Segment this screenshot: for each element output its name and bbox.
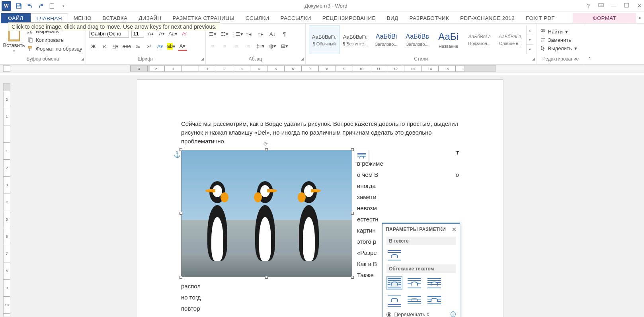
format-painter-button[interactable]: Формат по образцу xyxy=(27,45,82,52)
resize-handle[interactable] xyxy=(351,148,354,151)
wrap-through-option[interactable] xyxy=(426,276,442,290)
document-area: 211234567891011 Сейчас мы рассмотрим, ка… xyxy=(0,75,644,317)
resize-handle[interactable] xyxy=(351,276,354,279)
svg-rect-7 xyxy=(28,46,31,48)
close-icon[interactable]: ✕ xyxy=(636,3,642,9)
subscript-icon[interactable]: x₂ xyxy=(134,42,142,51)
radio-move-with-text[interactable]: Перемещать с текстом i xyxy=(386,310,456,317)
title-bar: W ▾ Документ3 - Word ? — ✕ xyxy=(0,0,644,12)
wrap-front-option[interactable] xyxy=(426,294,442,307)
svg-point-10 xyxy=(543,29,545,32)
wrap-topbottom-option[interactable] xyxy=(386,294,402,307)
svg-rect-4 xyxy=(624,3,628,7)
radio-on-icon xyxy=(386,312,391,317)
bullets-icon[interactable]: ☰▾ xyxy=(209,30,217,38)
wrap-square-option[interactable] xyxy=(386,276,402,290)
select-button[interactable]: Выделить ▾ xyxy=(540,45,582,51)
justify-icon[interactable]: ≡ xyxy=(245,42,253,50)
maximize-icon[interactable] xyxy=(623,3,630,9)
style-heading1[interactable]: АаБбВіЗаголово... xyxy=(371,25,402,54)
style-subtle[interactable]: АаБбВвГг,Слабое в... xyxy=(495,25,526,54)
redo-icon[interactable] xyxy=(37,2,45,10)
resize-handle[interactable] xyxy=(265,148,268,151)
popup-close-icon[interactable]: ✕ xyxy=(452,226,457,233)
style-title[interactable]: АаБіНазвание xyxy=(433,25,464,54)
decrease-indent-icon[interactable]: ≡◂ xyxy=(245,30,253,38)
tab-review[interactable]: РЕЦЕНЗИРОВАНИЕ xyxy=(317,13,381,23)
popup-section-inline: В тексте xyxy=(386,237,456,245)
style-normal[interactable]: АаБбВвГг,¶ Обычный xyxy=(309,25,340,54)
font-dialog-icon[interactable]: ◢ xyxy=(201,57,204,61)
sort-icon[interactable]: A↓ xyxy=(269,30,277,38)
find-button[interactable]: Найти ▾ xyxy=(540,29,582,35)
style-no-spacing[interactable]: АаБбВвГг,¶ Без инте... xyxy=(340,25,371,54)
styles-dialog-icon[interactable]: ◢ xyxy=(532,57,535,61)
group-styles-label: Стили xyxy=(414,56,428,62)
increase-indent-icon[interactable]: ≡▸ xyxy=(257,30,265,38)
tab-file[interactable]: ФАЙЛ xyxy=(1,13,31,23)
tab-view[interactable]: ВИД xyxy=(381,13,404,23)
align-right-icon[interactable]: ≡ xyxy=(233,42,241,50)
clipboard-dialog-icon[interactable]: ◢ xyxy=(81,57,84,61)
save-icon[interactable] xyxy=(15,2,22,10)
align-center-icon[interactable]: ≡ xyxy=(221,42,229,50)
layout-options-button[interactable] xyxy=(355,150,369,162)
minimize-icon[interactable]: — xyxy=(611,3,617,9)
show-marks-icon[interactable]: ¶ xyxy=(281,30,289,38)
tab-overflow-icon[interactable]: ▸ xyxy=(639,15,642,20)
underline-icon[interactable]: Ч▾ xyxy=(111,42,120,51)
horizontal-ruler[interactable]: 3211234567891011121314151617 xyxy=(130,65,496,72)
resize-handle[interactable] xyxy=(180,148,182,151)
resize-handle[interactable] xyxy=(265,276,268,279)
font-color-icon[interactable]: A▾ xyxy=(178,42,187,51)
tab-design[interactable]: ДИЗАЙН xyxy=(133,13,167,23)
italic-icon[interactable]: К xyxy=(100,42,109,51)
strikethrough-icon[interactable]: abc xyxy=(123,42,131,51)
copy-button[interactable]: Копировать xyxy=(27,37,82,43)
bold-icon[interactable]: Ж xyxy=(89,42,98,51)
styles-scroller[interactable]: ▴▾▾ xyxy=(526,25,533,54)
resize-handle[interactable] xyxy=(351,212,354,215)
highlight-icon[interactable]: ab▾ xyxy=(167,42,176,51)
align-left-icon[interactable]: ≡ xyxy=(209,42,217,50)
tab-mailings[interactable]: РАССЫЛКИ xyxy=(275,13,317,23)
vertical-ruler[interactable]: 211234567891011 xyxy=(3,83,10,317)
tab-insert[interactable]: ВСТАВКА xyxy=(97,13,133,23)
tab-pdf-xchange[interactable]: PDF-XChange 2012 xyxy=(455,13,520,23)
style-heading2[interactable]: АаБбВвЗаголово... xyxy=(402,25,433,54)
collapse-ribbon-icon[interactable]: ˆ xyxy=(585,23,595,64)
help-icon[interactable]: ? xyxy=(585,3,591,9)
shading-icon[interactable]: ◍▾ xyxy=(269,42,277,50)
multilevel-icon[interactable]: ⋮☰▾ xyxy=(233,30,241,38)
resize-handle[interactable] xyxy=(180,276,182,279)
qat-dropdown-icon[interactable]: ▾ xyxy=(60,2,67,10)
wrap-tight-option[interactable] xyxy=(406,276,422,290)
tab-menu[interactable]: Меню xyxy=(68,13,97,23)
wrap-inline-option[interactable] xyxy=(386,249,402,262)
tab-developer[interactable]: РАЗРАБОТЧИК xyxy=(404,13,455,23)
replace-button[interactable]: Заменить xyxy=(540,37,582,43)
selected-image[interactable]: ⚓ ⟳ xyxy=(181,150,352,277)
paste-dropdown-icon[interactable]: ▾ xyxy=(13,49,15,53)
numbering-icon[interactable]: ☷▾ xyxy=(221,30,229,38)
tab-foxit[interactable]: Foxit PDF xyxy=(520,13,560,23)
tab-format[interactable]: ФОРМАТ xyxy=(573,13,636,23)
new-doc-icon[interactable] xyxy=(49,2,56,10)
paragraph-dialog-icon[interactable]: ◢ xyxy=(301,57,304,61)
borders-icon[interactable]: ⊞▾ xyxy=(281,42,289,50)
svg-rect-1 xyxy=(17,6,21,8)
undo-icon[interactable] xyxy=(26,2,33,10)
info-icon[interactable]: i xyxy=(451,311,456,317)
tab-references[interactable]: ССЫЛКИ xyxy=(240,13,275,23)
text-effects-icon[interactable]: A▾ xyxy=(156,42,165,51)
resize-handle[interactable] xyxy=(180,212,182,215)
ribbon-display-icon[interactable] xyxy=(598,2,604,9)
style-subtitle[interactable]: АаБбВвГгПодзагол... xyxy=(464,25,495,54)
wrap-behind-option[interactable] xyxy=(406,294,422,307)
anchor-icon: ⚓ xyxy=(173,151,181,158)
popup-section-wrap: Обтекание текстом xyxy=(386,264,456,273)
superscript-icon[interactable]: x² xyxy=(145,42,154,51)
tab-page-layout[interactable]: РАЗМЕТКА СТРАНИЦЫ xyxy=(167,13,240,23)
rotate-handle-icon[interactable]: ⟳ xyxy=(263,141,270,147)
line-spacing-icon[interactable]: ‡≡▾ xyxy=(257,42,265,50)
